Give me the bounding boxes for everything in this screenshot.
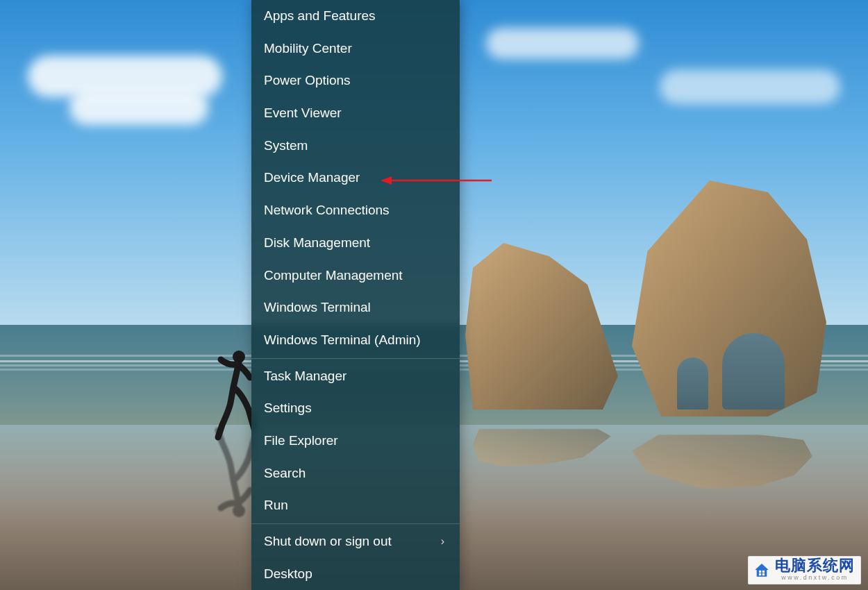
menu-separator	[251, 358, 460, 359]
menu-item-label: Apps and Features	[264, 8, 376, 25]
menu-item-label: Search	[264, 465, 306, 482]
cloud	[486, 28, 639, 59]
menu-item-mobility-center[interactable]: Mobility Center	[251, 33, 460, 65]
svg-rect-7	[762, 573, 765, 575]
menu-item-label: Shut down or sign out	[264, 533, 392, 550]
menu-item-apps-features[interactable]: Apps and Features	[251, 0, 460, 33]
menu-item-disk-management[interactable]: Disk Management	[251, 227, 460, 260]
menu-separator	[251, 523, 460, 524]
svg-rect-4	[759, 570, 761, 572]
cloud	[69, 90, 208, 125]
menu-item-label: File Explorer	[264, 432, 338, 450]
watermark-house-icon	[753, 561, 771, 579]
menu-item-label: Desktop	[264, 566, 312, 583]
menu-item-label: Device Manager	[264, 169, 360, 187]
menu-item-label: Disk Management	[264, 235, 370, 252]
menu-item-settings[interactable]: Settings	[251, 392, 460, 425]
menu-item-file-explorer[interactable]: File Explorer	[251, 425, 460, 457]
svg-rect-6	[759, 573, 761, 575]
watermark: 电脑系统网 www.dnxtw.com	[748, 556, 861, 584]
menu-item-event-viewer[interactable]: Event Viewer	[251, 97, 460, 130]
menu-item-label: Windows Terminal (Admin)	[264, 332, 421, 349]
menu-item-label: Windows Terminal	[264, 299, 371, 317]
menu-item-label: Computer Management	[264, 267, 403, 285]
winx-context-menu[interactable]: Apps and FeaturesMobility CenterPower Op…	[251, 0, 460, 590]
menu-item-power-options[interactable]: Power Options	[251, 65, 460, 97]
watermark-title: 电脑系统网	[775, 558, 855, 573]
menu-item-windows-terminal[interactable]: Windows Terminal	[251, 292, 460, 324]
menu-item-windows-terminal-admin[interactable]: Windows Terminal (Admin)	[251, 324, 460, 357]
menu-item-network-connections[interactable]: Network Connections	[251, 194, 460, 227]
menu-item-computer-management[interactable]: Computer Management	[251, 260, 460, 292]
menu-item-desktop[interactable]: Desktop	[251, 558, 460, 590]
menu-item-run[interactable]: Run	[251, 489, 460, 522]
menu-item-shutdown-signout[interactable]: Shut down or sign out›	[251, 525, 460, 558]
menu-item-label: Event Viewer	[264, 105, 342, 122]
menu-item-label: Power Options	[264, 72, 351, 90]
cloud	[660, 69, 840, 104]
menu-item-label: Settings	[264, 400, 312, 417]
menu-item-label: System	[264, 137, 308, 155]
svg-rect-5	[762, 570, 765, 572]
watermark-subtitle: www.dnxtw.com	[775, 575, 855, 581]
menu-item-label: Mobility Center	[264, 40, 352, 58]
wallpaper-rock-arch	[677, 357, 708, 410]
wallpaper-rock-arch	[722, 333, 785, 410]
menu-item-label: Task Manager	[264, 368, 347, 385]
menu-item-search[interactable]: Search	[251, 457, 460, 490]
chevron-right-icon: ›	[441, 534, 444, 549]
desktop-wallpaper: Apps and FeaturesMobility CenterPower Op…	[0, 0, 868, 590]
menu-item-device-manager[interactable]: Device Manager	[251, 162, 460, 194]
menu-item-label: Run	[264, 497, 288, 514]
menu-item-system[interactable]: System	[251, 130, 460, 162]
menu-item-task-manager[interactable]: Task Manager	[251, 360, 460, 393]
menu-item-label: Network Connections	[264, 202, 390, 219]
